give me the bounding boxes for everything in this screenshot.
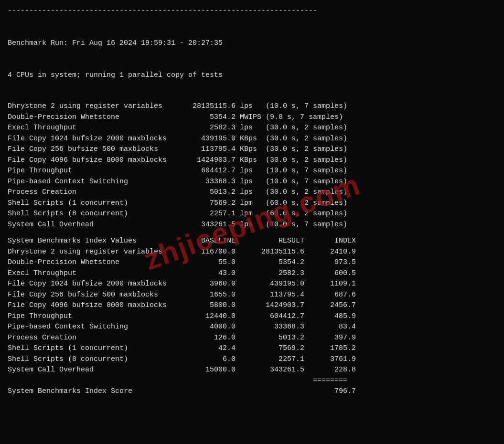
benchmark-result-row: Shell Scripts (1 concurrent) 7569.2 lpm … bbox=[8, 198, 496, 209]
benchmark-result-row: File Copy 256 bufsize 500 maxblocks 1137… bbox=[8, 144, 496, 155]
index-table-row: Dhrystone 2 using register variables 116… bbox=[8, 247, 496, 258]
index-table-row: Double-Precision Whetstone 55.0 5354.2 9… bbox=[8, 257, 496, 268]
equals-line: ======== bbox=[8, 376, 496, 387]
separator-top: ----------------------------------------… bbox=[8, 6, 496, 17]
benchmark-result-row: Pipe Throughput 604412.7 lps (10.0 s, 7 … bbox=[8, 166, 496, 177]
header-line2: 4 CPUs in system; running 1 parallel cop… bbox=[8, 70, 496, 81]
index-table-row: Execl Throughput 43.0 2582.3 600.5 bbox=[8, 268, 496, 279]
index-table-row: Pipe-based Context Switching 4000.0 3336… bbox=[8, 322, 496, 333]
benchmark-result-row: System Call Overhead 343261.5 lps (10.0 … bbox=[8, 220, 496, 231]
benchmark-results: Dhrystone 2 using register variables 281… bbox=[8, 101, 496, 230]
benchmark-result-row: Shell Scripts (8 concurrent) 2257.1 lpm … bbox=[8, 209, 496, 220]
index-table-row: Process Creation 126.0 5013.2 397.9 bbox=[8, 333, 496, 344]
benchmark-result-row: File Copy 4096 bufsize 8000 maxblocks 14… bbox=[8, 155, 496, 166]
score-line: System Benchmarks Index Score 796.7 bbox=[8, 386, 496, 397]
header-line1: Benchmark Run: Fri Aug 16 2024 19:59:31 … bbox=[8, 38, 496, 49]
benchmark-result-row: File Copy 1024 bufsize 2000 maxblocks 43… bbox=[8, 134, 496, 145]
index-table-row: Shell Scripts (8 concurrent) 6.0 2257.1 … bbox=[8, 354, 496, 365]
benchmark-result-row: Pipe-based Context Switching 33368.3 lps… bbox=[8, 177, 496, 188]
index-table-row: Pipe Throughput 12440.0 604412.7 485.9 bbox=[8, 311, 496, 322]
index-table-row: System Call Overhead 15000.0 343261.5 22… bbox=[8, 365, 496, 376]
index-table: System Benchmarks Index Values BASELINE … bbox=[8, 236, 496, 397]
index-table-row: Shell Scripts (1 concurrent) 42.4 7569.2… bbox=[8, 343, 496, 354]
benchmark-result-row: Dhrystone 2 using register variables 281… bbox=[8, 101, 496, 112]
index-table-row: File Copy 1024 bufsize 2000 maxblocks 39… bbox=[8, 279, 496, 290]
benchmark-header: Benchmark Run: Fri Aug 16 2024 19:59:31 … bbox=[8, 17, 496, 92]
index-table-row: File Copy 256 bufsize 500 maxblocks 1655… bbox=[8, 290, 496, 301]
benchmark-result-row: Process Creation 5013.2 lps (30.0 s, 2 s… bbox=[8, 187, 496, 198]
benchmark-result-row: Double-Precision Whetstone 5354.2 MWIPS … bbox=[8, 112, 496, 123]
index-table-header: System Benchmarks Index Values BASELINE … bbox=[8, 236, 496, 247]
benchmark-result-row: Execl Throughput 2582.3 lps (30.0 s, 2 s… bbox=[8, 123, 496, 134]
index-table-row: File Copy 4096 bufsize 8000 maxblocks 58… bbox=[8, 300, 496, 311]
